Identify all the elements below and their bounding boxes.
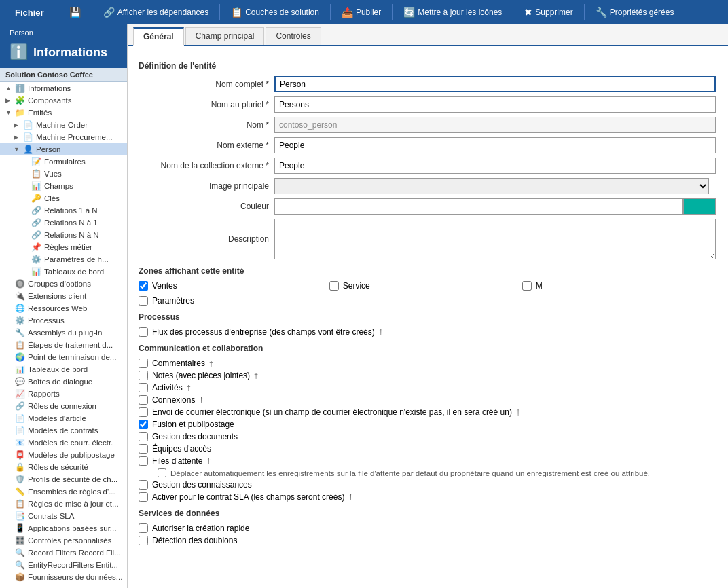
- flux-checkbox[interactable]: [139, 327, 148, 337]
- zone-marketing-checkbox[interactable]: [522, 281, 532, 291]
- sidebar-item-ensembles[interactable]: 📏 Ensembles de règles d'...: [0, 485, 127, 498]
- zone-marketing[interactable]: M: [522, 281, 543, 291]
- tab-controles[interactable]: Contrôles: [266, 27, 321, 45]
- connaissances-checkbox[interactable]: [139, 480, 148, 490]
- image-principale-select[interactable]: [274, 178, 709, 194]
- sidebar-item-controles[interactable]: 🎛️ Contrôles personnalisés: [0, 534, 127, 547]
- sidebar-item-cles[interactable]: 🔑 Clés: [0, 192, 127, 204]
- service-creation-rapide[interactable]: Autoriser la création rapide: [139, 523, 717, 533]
- sidebar-item-machine-proc[interactable]: ▶ 📄 Machine Procureme...: [0, 131, 127, 143]
- sidebar-item-formulaires[interactable]: 📝 Formulaires: [0, 155, 127, 168]
- sidebar-item-point-term[interactable]: 🌍 Point de terminaison de...: [0, 351, 127, 363]
- sidebar-item-apps-basees[interactable]: 📱 Applications basées sur...: [0, 522, 127, 534]
- sidebar-item-reln1[interactable]: 🔗 Relations N à 1: [0, 217, 127, 229]
- commentaires-checkbox[interactable]: [139, 359, 148, 368]
- fichier-menu[interactable]: Fichier: [5, 0, 54, 24]
- comm-activites[interactable]: Activités †: [139, 383, 717, 392]
- sidebar-item-regles-maj[interactable]: 📋 Règles de mise à jour et...: [0, 498, 127, 510]
- zone-service-checkbox[interactable]: [329, 281, 339, 291]
- zone-parametres[interactable]: Paramètres: [139, 296, 717, 306]
- doublons-checkbox[interactable]: [139, 536, 148, 545]
- sidebar-item-rapports[interactable]: 📈 Rapports: [0, 388, 127, 400]
- sidebar-item-roles-conn[interactable]: 🔗 Rôles de connexion: [0, 400, 127, 412]
- notes-checkbox[interactable]: [139, 371, 148, 380]
- sidebar-item-extensions[interactable]: 🔌 Extensions client: [0, 290, 127, 302]
- deplacer-checkbox[interactable]: [158, 468, 166, 477]
- sidebar-item-person[interactable]: ▼ 👤 Person: [0, 143, 127, 155]
- couleur-text-input[interactable]: [274, 198, 683, 215]
- nom-externe-input[interactable]: [274, 137, 716, 153]
- sidebar-item-modeles-art[interactable]: 📄 Modèles d'article: [0, 412, 127, 424]
- sidebar-item-rel1n[interactable]: 🔗 Relations 1 à N: [0, 204, 127, 217]
- sidebar-item-tableaux2[interactable]: 📊 Tableaux de bord: [0, 363, 127, 375]
- sidebar-item-machine-order[interactable]: ▶ 📄 Machine Order: [0, 119, 127, 131]
- sidebar-item-modeles-courr[interactable]: 📧 Modèles de courr. électr.: [0, 437, 127, 449]
- sidebar-item-fournisseurs[interactable]: 📦 Fournisseurs de données...: [0, 571, 127, 583]
- connexions-checkbox[interactable]: [139, 395, 148, 405]
- nom-pluriel-input[interactable]: [274, 96, 716, 113]
- sidebar-item-params[interactable]: ⚙️ Paramètres de h...: [0, 253, 127, 265]
- description-textarea[interactable]: [274, 219, 716, 259]
- processus-flux[interactable]: Flux des processus d'entreprise (des cha…: [139, 327, 717, 337]
- creation-rapide-checkbox[interactable]: [139, 523, 148, 533]
- sidebar-item-composants[interactable]: ▶ 🧩 Composants: [0, 94, 127, 107]
- sidebar-item-groupes[interactable]: 🔘 Groupes d'options: [0, 278, 127, 290]
- nom-complet-input[interactable]: [274, 76, 716, 92]
- couches-solution-button[interactable]: 📋 Couches de solution: [224, 0, 326, 24]
- extensions-label: Extensions client: [28, 292, 86, 300]
- equipes-checkbox[interactable]: [139, 444, 148, 454]
- tab-champ-principal[interactable]: Champ principal: [185, 27, 265, 45]
- sidebar-item-roles-secu[interactable]: 🔒 Rôles de sécurité: [0, 461, 127, 473]
- sidebar-item-entity-record[interactable]: 🔍 EntityRecordFilters Entit...: [0, 559, 127, 571]
- sidebar-item-assemblys[interactable]: 🔧 Assemblys du plug-in: [0, 327, 127, 339]
- gestion-doc-checkbox[interactable]: [139, 432, 148, 441]
- sidebar-item-champs[interactable]: 📊 Champs: [0, 180, 127, 192]
- color-swatch[interactable]: [683, 198, 716, 215]
- comm-commentaires[interactable]: Commentaires †: [139, 359, 717, 368]
- comm-envoi-courrier[interactable]: Envoi de courrier électronique (si un ch…: [139, 407, 717, 417]
- sidebar-item-modeles-publi[interactable]: 📮 Modèles de publipostage: [0, 449, 127, 461]
- save-button[interactable]: 💾: [62, 0, 88, 24]
- sidebar-item-entites[interactable]: ▼ 📁 Entités: [0, 107, 127, 119]
- activites-checkbox[interactable]: [139, 383, 148, 392]
- sidebar-item-vues[interactable]: 📋 Vues: [0, 168, 127, 180]
- sidebar-item-processus[interactable]: ⚙️ Processus: [0, 314, 127, 327]
- proprietes-gerees-button[interactable]: 🔧 Propriétés gérées: [589, 0, 681, 24]
- tab-general[interactable]: Général: [133, 27, 184, 46]
- comm-files[interactable]: Files d'attente †: [139, 456, 717, 466]
- zone-service[interactable]: Service: [329, 281, 370, 291]
- sidebar-item-etapes[interactable]: 📋 Étapes de traitement d...: [0, 339, 127, 351]
- sidebar-item-contrats-sla[interactable]: 📑 Contrats SLA: [0, 510, 127, 522]
- sidebar-item-profils[interactable]: 🛡️ Profils de sécurité de ch...: [0, 473, 127, 485]
- nom-input[interactable]: [274, 117, 716, 133]
- sidebar-item-tableaux[interactable]: 📊 Tableaux de bord: [0, 265, 127, 278]
- comm-contrat-sla[interactable]: Activer pour le contrat SLA (les champs …: [139, 492, 717, 502]
- supprimer-button[interactable]: ✖ Supprimer: [517, 0, 579, 24]
- comm-equipes[interactable]: Équipes d'accès: [139, 444, 717, 454]
- service-doublons[interactable]: Détection des doublons: [139, 536, 717, 545]
- fusion-checkbox[interactable]: [139, 420, 148, 429]
- sidebar-item-boites[interactable]: 💬 Boîtes de dialogue: [0, 375, 127, 388]
- zone-parametres-checkbox[interactable]: [139, 296, 148, 306]
- sidebar-item-modeles-cont[interactable]: 📄 Modèles de contrats: [0, 424, 127, 437]
- afficher-dependances-button[interactable]: 🔗 Afficher les dépendances: [96, 0, 216, 24]
- sidebar-item-relnn[interactable]: 🔗 Relations N à N: [0, 229, 127, 241]
- comm-fusion[interactable]: Fusion et publipostage: [139, 420, 717, 429]
- zone-ventes-checkbox[interactable]: [139, 281, 148, 291]
- files-checkbox[interactable]: [139, 456, 148, 466]
- publier-button[interactable]: 📤 Publier: [335, 0, 388, 24]
- sidebar-item-regles[interactable]: 📌 Règles métier: [0, 241, 127, 253]
- sidebar-item-informations[interactable]: ▲ ℹ️ Informations: [0, 82, 127, 94]
- mettre-a-jour-button[interactable]: 🔄 Mettre à jour les icônes: [397, 0, 509, 24]
- sidebar-item-ressources[interactable]: 🌐 Ressources Web: [0, 302, 127, 314]
- zone-ventes[interactable]: Ventes: [139, 281, 177, 291]
- contrat-sla-checkbox[interactable]: [139, 492, 148, 502]
- controles-label: Contrôles personnalisés: [28, 536, 111, 545]
- comm-notes[interactable]: Notes (avec pièces jointes) †: [139, 371, 717, 380]
- comm-gestion-doc[interactable]: Gestion des documents: [139, 432, 717, 441]
- sidebar-item-record-filters[interactable]: 🔍 Record Filters Record Fil...: [0, 547, 127, 559]
- envoi-checkbox[interactable]: [139, 407, 148, 417]
- comm-connexions[interactable]: Connexions †: [139, 395, 717, 405]
- collection-externe-input[interactable]: [274, 158, 716, 174]
- comm-connaissances[interactable]: Gestion des connaissances: [139, 480, 717, 490]
